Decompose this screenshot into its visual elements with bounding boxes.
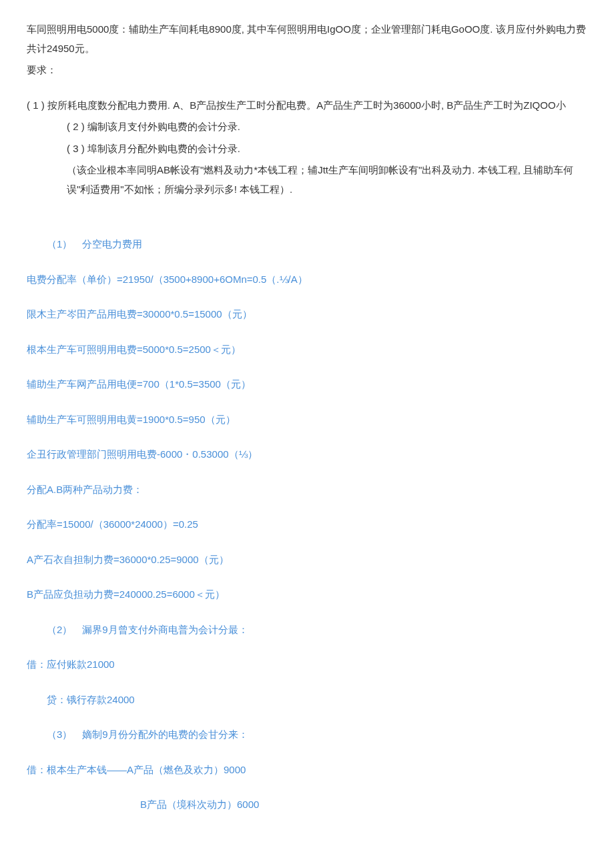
- solution-line-11: 借：应付账款21000: [27, 655, 587, 675]
- solution-line-4: 辅助生产车网产品用电便=700（1*0.5=3500（元）: [27, 375, 587, 394]
- solution-line-9: A产石衣自担制力费=36000*0.25=9000（元）: [27, 550, 587, 570]
- problem-para-2: 要求：: [27, 61, 587, 80]
- solution-line-1: 电费分配率（单价）=21950/（3500+8900+6OMn=0.5（.⅓/A…: [27, 270, 587, 290]
- solution-line-10: B产品应负担动力费=240000.25=6000＜元）: [27, 585, 587, 604]
- solution-line-2: 限木主产岑田产品用电费=30000*0.5=15000（元）: [27, 305, 587, 324]
- solution-heading-3: （3） 嫡制9月份分配外的电费的会甘分来：: [27, 725, 587, 745]
- problem-note: （该企业根本率同明AB帐设有"燃料及动力*本钱工程；辅Jtt生产车间明卸帐设有"…: [27, 161, 587, 199]
- solution-line-8: 分配率=15000/（36000*24000）=0.25: [27, 515, 587, 534]
- solution-line-12: 贷：锇行存款24000: [27, 691, 587, 710]
- solution-line-7: 分配A.B两种产品动力费：: [27, 480, 587, 500]
- problem-item-3: ( 3 ) 埠制该月分配外购电费的会计分录.: [27, 139, 587, 159]
- problem-item-2: ( 2 ) 编制该月支付外购电费的会计分录.: [27, 117, 587, 137]
- solution-heading-1: （1） 分空电力费用: [27, 235, 587, 254]
- problem-item-1: ( 1 ) 按所耗电度数分配电力费用. A、B产品按生产工时分配电费。A产品生产…: [27, 96, 587, 115]
- solution-line-13: 借：根本生产本钱——A产品（燃色及欢力）9000: [27, 761, 587, 780]
- problem-para-1: 车同照明用电5000度：辅助生产车间耗电8900度, 其中车何照明用电IgOO度…: [27, 20, 587, 58]
- solution-heading-2: （2） 漏界9月曾支付外商电普为会计分最：: [27, 620, 587, 640]
- solution-line-3: 根本生产车可照明用电费=5000*0.5=2500＜元）: [27, 340, 587, 360]
- solution-line-5: 辅助生产车可照明用电黄=1900*0.5=950（元）: [27, 410, 587, 430]
- solution-line-14: B产品（境科次动力）6000: [27, 795, 587, 815]
- solution-line-6: 企丑行政管理部门照明用电费-6000・0.53000（⅓）: [27, 445, 587, 464]
